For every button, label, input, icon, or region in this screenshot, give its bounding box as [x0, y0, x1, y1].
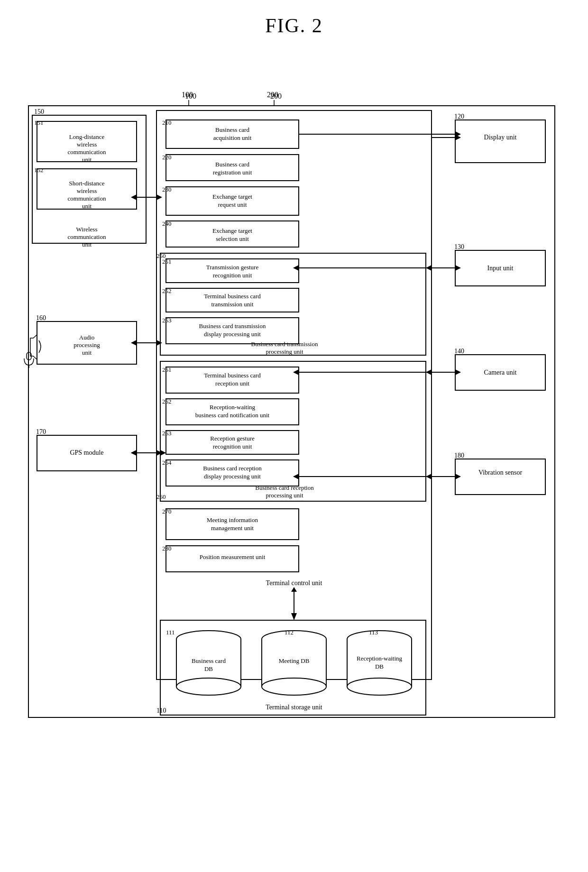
svg-rect-130 — [166, 546, 299, 572]
svg-rect-126 — [166, 509, 299, 540]
svg-text:DB: DB — [204, 665, 213, 672]
svg-point-152 — [262, 678, 326, 695]
svg-text:GPS module: GPS module — [70, 449, 103, 456]
svg-text:registration unit: registration unit — [213, 169, 252, 176]
svg-text:Meeting DB: Meeting DB — [279, 657, 310, 664]
svg-text:Position measurement unit: Position measurement unit — [200, 553, 266, 560]
svg-marker-123 — [293, 369, 299, 375]
svg-point-144 — [176, 678, 241, 695]
svg-marker-48 — [455, 474, 461, 479]
svg-text:processing unit: processing unit — [266, 348, 303, 355]
svg-text:Business card reception: Business card reception — [255, 484, 314, 491]
svg-marker-41 — [426, 369, 432, 375]
svg-text:Business card: Business card — [192, 657, 226, 664]
svg-marker-136 — [291, 587, 297, 592]
svg-text:151: 151 — [34, 119, 44, 126]
svg-rect-137 — [160, 620, 426, 715]
svg-rect-43 — [455, 459, 545, 495]
svg-marker-135 — [291, 613, 297, 620]
svg-text:communication: communication — [68, 195, 106, 202]
svg-text:120: 120 — [454, 113, 464, 120]
svg-marker-30 — [455, 135, 461, 140]
svg-text:communication: communication — [68, 233, 106, 240]
svg-text:Audio: Audio — [79, 334, 95, 341]
svg-rect-84 — [160, 253, 426, 355]
svg-marker-47 — [426, 474, 432, 479]
svg-text:261: 261 — [162, 366, 172, 373]
svg-text:request unit: request unit — [218, 201, 247, 208]
svg-text:selection unit: selection unit — [216, 235, 249, 242]
svg-marker-58 — [131, 340, 137, 346]
svg-text:processing: processing — [74, 341, 100, 349]
svg-text:Terminal business card: Terminal business card — [204, 372, 261, 379]
svg-text:Business card reception: Business card reception — [203, 465, 262, 472]
svg-text:Display unit: Display unit — [484, 134, 517, 141]
svg-marker-24 — [156, 194, 162, 200]
svg-text:251: 251 — [162, 258, 172, 265]
svg-marker-42 — [455, 369, 461, 375]
svg-text:Vibration sensor: Vibration sensor — [478, 469, 522, 476]
svg-rect-49 — [37, 321, 137, 364]
svg-text:DB: DB — [375, 663, 384, 670]
svg-text:Terminal storage unit: Terminal storage unit — [266, 704, 322, 711]
svg-text:display processing unit: display processing unit — [204, 330, 261, 338]
svg-text:recognition unit: recognition unit — [213, 272, 252, 279]
svg-rect-80 — [166, 221, 299, 247]
svg-text:recognition unit: recognition unit — [213, 443, 252, 450]
svg-text:wireless: wireless — [77, 187, 97, 194]
svg-text:Business card transmission: Business card transmission — [251, 340, 318, 348]
svg-rect-6 — [32, 115, 146, 243]
svg-rect-26 — [455, 120, 545, 163]
svg-text:252: 252 — [162, 287, 172, 294]
page-title: FIG. 2 — [0, 0, 588, 46]
svg-text:263: 263 — [162, 430, 172, 437]
svg-point-159 — [347, 678, 412, 695]
svg-text:Wireless: Wireless — [76, 226, 98, 233]
svg-rect-102 — [160, 361, 426, 501]
svg-text:Reception gesture: Reception gesture — [210, 435, 255, 442]
svg-text:111: 111 — [166, 629, 175, 636]
svg-rect-104 — [166, 367, 299, 393]
svg-text:220: 220 — [162, 154, 172, 161]
svg-text:250: 250 — [156, 252, 166, 259]
svg-rect-90 — [166, 288, 299, 312]
svg-rect-112 — [166, 431, 299, 454]
svg-text:reception unit: reception unit — [215, 380, 249, 387]
svg-text:unit: unit — [82, 156, 92, 163]
svg-text:unit: unit — [82, 241, 92, 248]
svg-text:Business card: Business card — [215, 126, 249, 133]
svg-rect-10 — [37, 169, 137, 209]
svg-marker-125 — [293, 474, 299, 479]
svg-marker-59 — [156, 340, 162, 346]
svg-rect-66 — [166, 120, 299, 148]
svg-text:280: 280 — [162, 545, 172, 552]
svg-text:communication: communication — [68, 148, 106, 156]
svg-text:253: 253 — [162, 317, 172, 324]
svg-rect-108 — [166, 399, 299, 425]
svg-point-148 — [262, 631, 326, 648]
svg-text:processing unit: processing unit — [266, 492, 303, 499]
svg-marker-25 — [131, 194, 137, 200]
svg-text:150: 150 — [34, 108, 44, 115]
svg-rect-4 — [28, 106, 555, 717]
svg-text:Short-distance: Short-distance — [69, 180, 104, 187]
svg-rect-156 — [347, 639, 412, 687]
svg-text:Exchange target: Exchange target — [212, 227, 252, 234]
svg-marker-164 — [131, 450, 137, 456]
svg-text:Terminal business card: Terminal business card — [204, 293, 261, 300]
svg-text:Long-distance: Long-distance — [69, 133, 105, 140]
svg-marker-71 — [455, 131, 461, 137]
svg-rect-60 — [37, 435, 137, 471]
svg-point-140 — [176, 631, 241, 648]
svg-point-155 — [347, 631, 412, 648]
svg-text:Terminal control unit: Terminal control unit — [266, 579, 322, 587]
svg-text:260: 260 — [156, 493, 166, 500]
ref-200: 200 — [267, 91, 278, 99]
svg-rect-8 — [37, 121, 137, 162]
svg-rect-72 — [166, 155, 299, 181]
svg-text:Transmission gesture: Transmission gesture — [206, 264, 259, 271]
svg-text:160: 160 — [36, 314, 46, 321]
svg-text:240: 240 — [162, 220, 172, 227]
ref-100: 100 — [182, 91, 193, 99]
svg-text:180: 180 — [454, 452, 464, 459]
